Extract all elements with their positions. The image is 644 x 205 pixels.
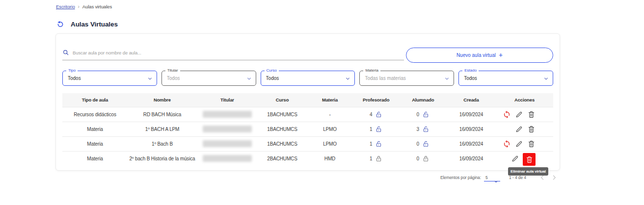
new-aula-button[interactable]: Nuevo aula virtual + bbox=[406, 48, 553, 63]
new-aula-button-label: Nuevo aula virtual bbox=[456, 52, 496, 58]
sync-icon[interactable] bbox=[502, 110, 511, 119]
redacted-titular bbox=[203, 155, 252, 162]
cell-profesorado: 4 bbox=[353, 107, 400, 122]
chevron-down-icon bbox=[443, 75, 451, 82]
lock-open-icon[interactable] bbox=[375, 126, 382, 133]
filter-value: Todos bbox=[68, 76, 81, 81]
cell-creada: 16/09/2024 bbox=[447, 136, 496, 151]
lock-closed-icon[interactable] bbox=[422, 155, 429, 162]
cell-titular bbox=[197, 151, 258, 166]
delete-icon[interactable] bbox=[527, 139, 536, 148]
cell-nombre: 1º BACH A LPM bbox=[128, 122, 197, 136]
cell-tipo-de-aula: Materia bbox=[62, 122, 128, 136]
delete-tooltip: Eliminar aula virtual bbox=[508, 167, 548, 176]
filter-label: Materia bbox=[363, 68, 380, 73]
cell-materia: LPMO bbox=[307, 122, 353, 136]
back-undo-icon[interactable] bbox=[56, 20, 65, 28]
cell-acciones bbox=[496, 136, 553, 151]
filter-label: Curso bbox=[265, 68, 279, 73]
cell-materia: HMD bbox=[307, 151, 353, 166]
cell-materia: LPMO bbox=[307, 136, 353, 151]
title-row: Aulas Virtuales bbox=[56, 20, 118, 28]
filter-select-tipo[interactable]: Tipo Todos bbox=[62, 71, 157, 86]
search-row: Nuevo aula virtual + bbox=[62, 47, 553, 63]
filter-value: Todas las materias bbox=[365, 76, 405, 81]
column-header: Nombre bbox=[128, 93, 197, 107]
lock-open-icon[interactable] bbox=[375, 140, 382, 148]
cell-materia: - bbox=[307, 107, 353, 122]
next-page-button[interactable] bbox=[550, 174, 558, 181]
column-header: Titular bbox=[197, 93, 258, 107]
cell-alumnado: 0 bbox=[400, 136, 447, 151]
page-title: Aulas Virtuales bbox=[71, 21, 118, 28]
table-row: Materia 2º bach B Historia de la música … bbox=[62, 151, 553, 166]
lock-open-icon[interactable] bbox=[375, 111, 382, 118]
aulas-virtuales-page: Escritorio › Aulas virtuales Aulas Virtu… bbox=[0, 0, 644, 205]
table-row: Materia 1º Bach B 1BACHUMCS LPMO 1 0 16/… bbox=[62, 136, 553, 151]
cell-profesorado: 1 bbox=[353, 122, 400, 136]
column-header: Materia bbox=[307, 93, 353, 107]
breadcrumb-link-escritorio[interactable]: Escritorio bbox=[56, 4, 75, 9]
cell-profesorado: 1 bbox=[353, 151, 400, 166]
cell-titular bbox=[197, 107, 258, 122]
table-header-row: Tipo de aulaNombreTitularCursoMateriaPro… bbox=[62, 93, 553, 107]
column-header: Acciones bbox=[496, 93, 553, 107]
cell-nombre: 2º bach B Historia de la música bbox=[128, 151, 197, 166]
filter-label: Estado bbox=[462, 68, 479, 73]
aulas-table: Tipo de aulaNombreTitularCursoMateriaPro… bbox=[62, 93, 553, 166]
filter-value: Todos bbox=[266, 76, 279, 81]
cell-curso: 1BACHUMCS bbox=[258, 107, 307, 122]
cell-alumnado: 0 bbox=[400, 107, 447, 122]
cell-nombre: 1º Bach B bbox=[128, 136, 197, 151]
redacted-titular bbox=[203, 140, 252, 147]
redacted-titular bbox=[203, 126, 252, 132]
breadcrumb: Escritorio › Aulas virtuales bbox=[56, 4, 112, 9]
search-icon bbox=[62, 49, 69, 56]
sync-icon[interactable] bbox=[502, 139, 511, 148]
pagination-range: 1 - 4 de 4 bbox=[509, 175, 526, 180]
filter-select-curso[interactable]: Curso Todos bbox=[261, 71, 355, 86]
edit-icon[interactable] bbox=[514, 139, 523, 148]
aulas-card: Nuevo aula virtual + Tipo Todos Titular … bbox=[55, 33, 560, 171]
search-input[interactable] bbox=[73, 50, 404, 55]
chevron-down-icon bbox=[542, 75, 550, 82]
lock-closed-icon[interactable] bbox=[375, 155, 382, 162]
lock-open-icon[interactable] bbox=[422, 126, 429, 133]
search-field[interactable] bbox=[62, 47, 404, 60]
cell-tipo-de-aula: Recursos didácticos bbox=[62, 107, 128, 122]
filter-select-materia[interactable]: Materia Todas las materias bbox=[359, 71, 454, 86]
page-size-value: 5 bbox=[485, 175, 488, 180]
cell-curso: 1BACHUMCS bbox=[258, 136, 307, 151]
chevron-down-icon bbox=[344, 75, 351, 82]
column-header: Curso bbox=[258, 93, 307, 107]
cell-acciones bbox=[496, 122, 553, 136]
table-row: Materia 1º BACH A LPM 1BACHUMCS LPMO 1 3… bbox=[62, 122, 553, 136]
edit-icon[interactable] bbox=[510, 154, 519, 163]
table-row: Recursos didácticos RD BACH Música 1BACH… bbox=[62, 107, 553, 122]
edit-icon[interactable] bbox=[514, 110, 523, 119]
cell-curso: 1BACHUMCS bbox=[258, 122, 307, 136]
page-size-select[interactable]: 5 bbox=[484, 174, 500, 181]
filter-select-estado[interactable]: Estado Todos bbox=[458, 71, 553, 86]
lock-open-icon[interactable] bbox=[422, 111, 429, 118]
filter-label: Titular bbox=[165, 68, 180, 73]
redacted-titular bbox=[203, 111, 252, 118]
cell-profesorado: 1 bbox=[353, 136, 400, 151]
column-header: Profesorado bbox=[353, 93, 400, 107]
column-header: Creada bbox=[447, 93, 496, 107]
filter-select-titular[interactable]: Titular Todos bbox=[161, 71, 256, 86]
delete-icon-highlighted[interactable] bbox=[523, 153, 536, 166]
chevron-down-icon bbox=[146, 75, 154, 82]
items-per-page-label: Elementos por página: bbox=[440, 175, 481, 180]
cell-alumnado: 0 bbox=[400, 151, 447, 166]
filter-value: Todos bbox=[464, 76, 477, 81]
delete-icon[interactable] bbox=[527, 125, 536, 133]
cell-acciones bbox=[496, 107, 553, 122]
edit-icon[interactable] bbox=[514, 125, 523, 133]
lock-open-icon[interactable] bbox=[422, 140, 429, 148]
filter-value: Todos bbox=[167, 76, 180, 81]
delete-icon[interactable] bbox=[527, 110, 536, 119]
chevron-down-icon bbox=[245, 75, 253, 82]
column-header: Tipo de aula bbox=[62, 93, 128, 107]
cell-acciones bbox=[496, 151, 553, 166]
